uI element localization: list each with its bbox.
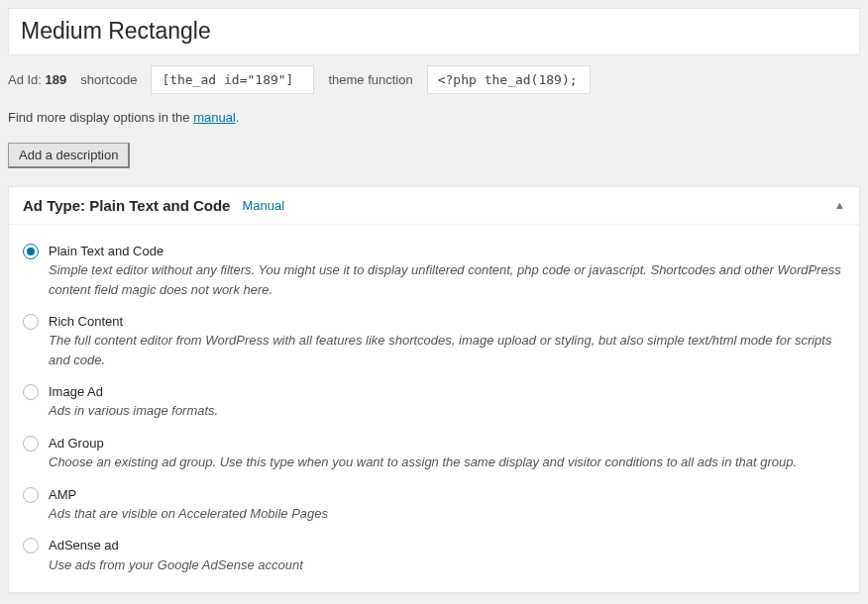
ad-type-label[interactable]: Rich Content xyxy=(49,313,845,331)
ad-type-label[interactable]: AdSense ad xyxy=(49,537,845,554)
radio-content: Rich ContentThe full content editor from… xyxy=(49,313,845,369)
ad-type-description: Ads in various image formats. xyxy=(49,403,218,418)
add-description-button[interactable]: Add a description xyxy=(8,143,130,168)
ad-type-label[interactable]: Ad Group xyxy=(49,435,845,453)
ad-type-description: Ads that are visible on Accelerated Mobi… xyxy=(49,506,328,521)
ad-type-description: The full content editor from WordPress w… xyxy=(49,333,831,367)
ad-type-description: Simple text editor without any filters. … xyxy=(49,262,841,297)
ad-type-option: Plain Text and CodeSimple text editor wi… xyxy=(23,243,845,299)
ad-type-option: Ad GroupChoose an existing ad group. Use… xyxy=(23,435,845,472)
help-line: Find more display options in the manual. xyxy=(8,110,860,125)
ad-type-panel: Ad Type: Plain Text and Code Manual ▲ Pl… xyxy=(8,186,860,593)
radio-icon[interactable] xyxy=(23,314,39,330)
ad-type-option: Image AdAds in various image formats. xyxy=(23,383,845,421)
radio-content: Image AdAds in various image formats. xyxy=(49,383,845,421)
panel-header: Ad Type: Plain Text and Code Manual ▲ xyxy=(9,187,859,225)
radio-content: Plain Text and CodeSimple text editor wi… xyxy=(49,243,845,299)
radio-icon[interactable] xyxy=(23,436,39,452)
radio-content: AMPAds that are visible on Accelerated M… xyxy=(49,486,845,524)
panel-manual-link[interactable]: Manual xyxy=(242,198,284,213)
collapse-toggle-icon[interactable]: ▲ xyxy=(834,199,845,211)
theme-function-label: theme function xyxy=(328,72,412,87)
title-box: Medium Rectangle xyxy=(8,8,860,55)
theme-function-input[interactable] xyxy=(427,65,591,94)
manual-link[interactable]: manual xyxy=(193,110,236,125)
shortcode-label: shortcode xyxy=(80,72,137,87)
panel-heading: Ad Type: Plain Text and Code xyxy=(23,197,230,214)
ad-type-option: Rich ContentThe full content editor from… xyxy=(23,313,845,369)
panel-body: Plain Text and CodeSimple text editor wi… xyxy=(9,225,859,592)
ad-type-label[interactable]: AMP xyxy=(49,486,845,504)
radio-content: AdSense adUse ads from your Google AdSen… xyxy=(49,537,845,574)
ad-id-label: Ad Id: 189 xyxy=(8,72,66,87)
ad-type-option: AMPAds that are visible on Accelerated M… xyxy=(23,486,845,524)
radio-icon[interactable] xyxy=(23,384,39,400)
ad-type-description: Choose an existing ad group. Use this ty… xyxy=(49,454,797,469)
radio-icon[interactable] xyxy=(23,244,39,259)
ad-type-option: AdSense adUse ads from your Google AdSen… xyxy=(23,537,845,574)
page-title: Medium Rectangle xyxy=(21,17,847,47)
info-row: Ad Id: 189 shortcode theme function xyxy=(8,65,860,94)
radio-content: Ad GroupChoose an existing ad group. Use… xyxy=(49,435,845,472)
ad-type-label[interactable]: Plain Text and Code xyxy=(49,243,845,260)
ad-type-description: Use ads from your Google AdSense account xyxy=(49,557,303,572)
radio-icon[interactable] xyxy=(23,538,39,554)
ad-type-label[interactable]: Image Ad xyxy=(49,383,845,401)
radio-icon[interactable] xyxy=(23,487,39,503)
shortcode-input[interactable] xyxy=(151,65,314,94)
